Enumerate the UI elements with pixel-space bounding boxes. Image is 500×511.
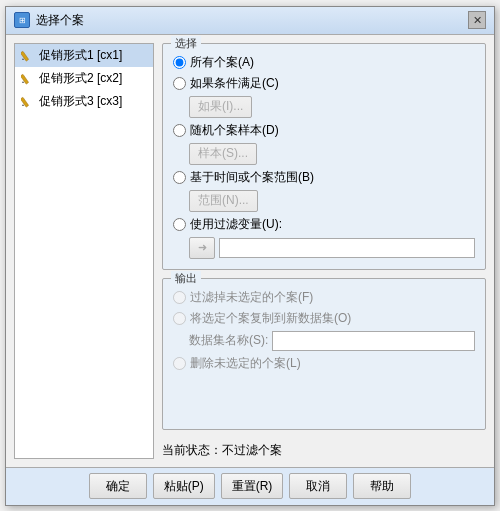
title-bar: ⊞ 选择个案 ✕ [6,7,494,35]
list-item[interactable]: 促销形式2 [cx2] [15,67,153,90]
radio-filter[interactable] [173,218,186,231]
output-group-label: 输出 [171,271,201,286]
radio-range[interactable] [173,171,186,184]
radio-output-delete-label[interactable]: 删除未选定的个案(L) [190,355,301,372]
if-btn-row: 如果(I)... [189,96,475,118]
title-bar-left: ⊞ 选择个案 [14,12,84,29]
radio-output-filter[interactable] [173,291,186,304]
dialog-window: ⊞ 选择个案 ✕ 促销形式1 [cx1] [5,6,495,506]
radio-row-cond: 如果条件满足(C) [173,75,475,92]
filter-variable-input[interactable] [219,238,475,258]
status-text: 当前状态：不过滤个案 [162,442,486,459]
radio-row-range: 基于时间或个案范围(B) [173,169,475,186]
reset-button[interactable]: 重置(R) [221,473,284,499]
radio-row-random: 随机个案样本(D) [173,122,475,139]
ok-button[interactable]: 确定 [89,473,147,499]
svg-rect-0 [21,51,29,61]
radio-all-label[interactable]: 所有个案(A) [190,54,254,71]
svg-marker-5 [22,104,24,106]
radio-range-label[interactable]: 基于时间或个案范围(B) [190,169,314,186]
cancel-button[interactable]: 取消 [289,473,347,499]
title-icon: ⊞ [14,12,30,28]
select-group: 选择 所有个案(A) 如果条件满足(C) 如果(I)... 随机个案 [162,43,486,270]
radio-row-output-filter: 过滤掉未选定的个案(F) [173,289,475,306]
list-item-label: 促销形式2 [cx2] [39,70,122,87]
radio-row-output-delete: 删除未选定的个案(L) [173,355,475,372]
radio-row-filter: 使用过滤变量(U): [173,216,475,233]
if-button[interactable]: 如果(I)... [189,96,252,118]
list-item-label: 促销形式1 [cx1] [39,47,122,64]
radio-output-copy-label[interactable]: 将选定个案复制到新数据集(O) [190,310,351,327]
close-button[interactable]: ✕ [468,11,486,29]
sample-button[interactable]: 样本(S)... [189,143,257,165]
radio-output-filter-label[interactable]: 过滤掉未选定的个案(F) [190,289,313,306]
range-btn-row: 范围(N)... [189,190,475,212]
title-text: 选择个案 [36,12,84,29]
radio-cond[interactable] [173,77,186,90]
paste-button[interactable]: 粘贴(P) [153,473,215,499]
radio-filter-label[interactable]: 使用过滤变量(U): [190,216,282,233]
help-button[interactable]: 帮助 [353,473,411,499]
radio-all[interactable] [173,56,186,69]
pencil-icon [21,48,35,62]
filter-arrow-button[interactable]: ➜ [189,237,215,259]
filter-input-row: ➜ [189,237,475,259]
cases-list-panel: 促销形式1 [cx1] 促销形式2 [cx2] [14,43,154,459]
radio-output-copy[interactable] [173,312,186,325]
list-item[interactable]: 促销形式1 [cx1] [15,44,153,67]
list-item-label: 促销形式3 [cx3] [39,93,122,110]
radio-random[interactable] [173,124,186,137]
dataset-name-input[interactable] [272,331,475,351]
bottom-bar: 确定 粘贴(P) 重置(R) 取消 帮助 [6,467,494,505]
radio-output-delete[interactable] [173,357,186,370]
radio-random-label[interactable]: 随机个案样本(D) [190,122,279,139]
svg-rect-4 [21,97,29,107]
dialog-body: 促销形式1 [cx1] 促销形式2 [cx2] [6,35,494,467]
right-panel: 选择 所有个案(A) 如果条件满足(C) 如果(I)... 随机个案 [162,43,486,459]
output-group: 输出 过滤掉未选定的个案(F) 将选定个案复制到新数据集(O) 数据集名称(S)… [162,278,486,430]
sample-btn-row: 样本(S)... [189,143,475,165]
range-button[interactable]: 范围(N)... [189,190,258,212]
svg-marker-3 [22,81,24,83]
radio-row-output-copy: 将选定个案复制到新数据集(O) [173,310,475,327]
list-item[interactable]: 促销形式3 [cx3] [15,90,153,113]
pencil-icon [21,71,35,85]
select-group-label: 选择 [171,36,201,51]
pencil-icon [21,94,35,108]
radio-cond-label[interactable]: 如果条件满足(C) [190,75,279,92]
svg-marker-1 [22,58,24,60]
svg-rect-2 [21,74,29,84]
radio-row-all: 所有个案(A) [173,54,475,71]
dataset-label: 数据集名称(S): [189,332,268,349]
